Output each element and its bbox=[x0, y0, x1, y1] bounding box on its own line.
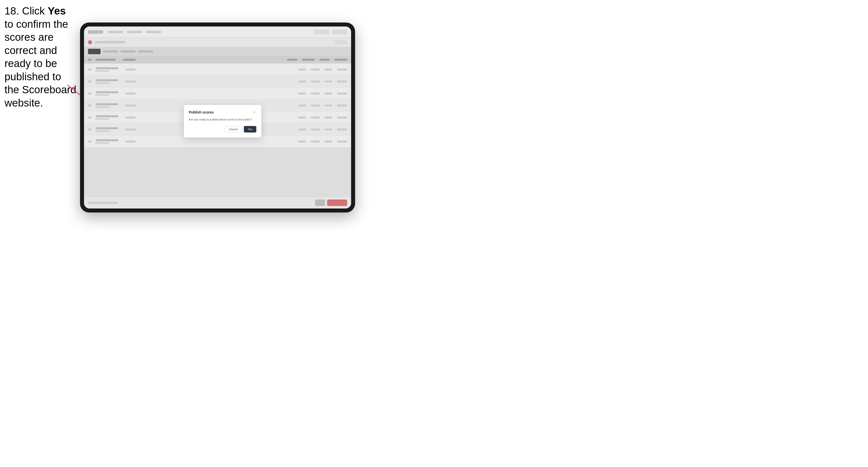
tablet-screen: Publish scores × Are you ready to publis… bbox=[84, 27, 351, 209]
dialog-header: Publish scores × bbox=[189, 110, 256, 115]
dialog-close-button[interactable]: × bbox=[252, 110, 256, 115]
dialog-footer: Cancel Yes bbox=[189, 126, 256, 132]
publish-scores-dialog: Publish scores × Are you ready to publis… bbox=[184, 105, 261, 138]
step-number: 18. bbox=[4, 5, 19, 17]
yes-button[interactable]: Yes bbox=[244, 126, 256, 132]
dialog-body: Are you ready to publish these scores to… bbox=[189, 118, 256, 122]
cancel-button[interactable]: Cancel bbox=[225, 126, 242, 132]
dialog-title: Publish scores bbox=[189, 110, 214, 114]
instruction-before: Click bbox=[22, 5, 48, 17]
instruction-text: 18. Click Yes to confirm the scores are … bbox=[4, 4, 77, 110]
tablet-device: Publish scores × Are you ready to publis… bbox=[80, 23, 355, 213]
modal-overlay: Publish scores × Are you ready to publis… bbox=[84, 27, 351, 209]
instruction-after: to confirm the scores are correct and re… bbox=[4, 18, 76, 109]
instruction-bold: Yes bbox=[48, 5, 66, 17]
